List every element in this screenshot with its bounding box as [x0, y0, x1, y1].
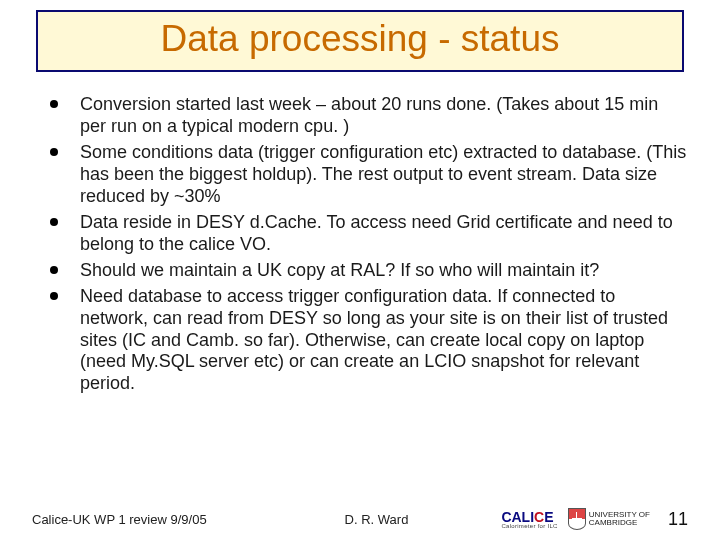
bullet-list: Conversion started last week – about 20 … — [32, 94, 688, 395]
title-box: Data processing - status — [36, 10, 684, 72]
footer: Calice-UK WP 1 review 9/9/05 D. R. Ward … — [32, 508, 688, 530]
list-item: Some conditions data (trigger configurat… — [46, 142, 688, 208]
list-item: Need database to access trigger configur… — [46, 286, 688, 396]
calice-logo-sub: Calorimeter for ILC — [501, 523, 557, 529]
list-item: Conversion started last week – about 20 … — [46, 94, 688, 138]
list-item: Should we maintain a UK copy at RAL? If … — [46, 260, 688, 282]
cambridge-logo-text: UNIVERSITY OF CAMBRIDGE — [589, 511, 650, 527]
list-item: Data reside in DESY d.Cache. To access n… — [46, 212, 688, 256]
cambridge-logo: UNIVERSITY OF CAMBRIDGE — [568, 508, 650, 530]
calice-logo: CALICE Calorimeter for ILC — [501, 509, 557, 529]
footer-left: Calice-UK WP 1 review 9/9/05 — [32, 512, 207, 527]
page-number: 11 — [668, 509, 688, 530]
footer-author: D. R. Ward — [252, 512, 502, 527]
slide: Data processing - status Conversion star… — [0, 0, 720, 540]
footer-logos: CALICE Calorimeter for ILC UNIVERSITY OF… — [501, 508, 688, 530]
slide-title: Data processing - status — [50, 18, 670, 60]
shield-icon — [568, 508, 586, 530]
